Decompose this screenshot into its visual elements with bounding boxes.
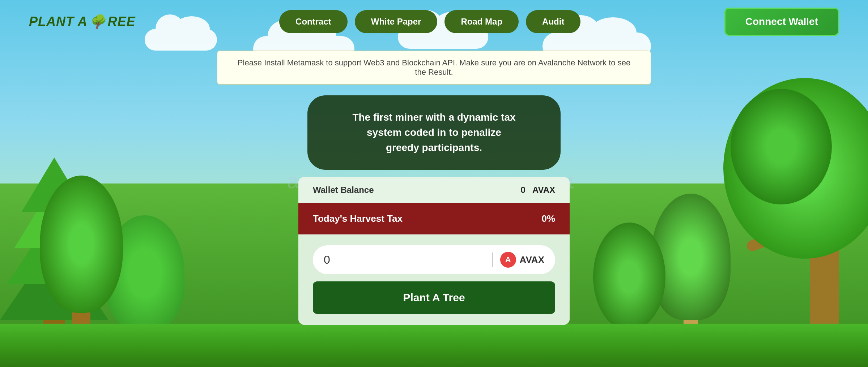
avax-symbol: A [505,255,511,264]
connect-wallet-button[interactable]: Connect Wallet [724,8,839,36]
amount-display: 0 [324,253,485,267]
nav-audit[interactable]: Audit [526,10,580,33]
background-scene: PLANT A 🌳 REE Contract White Paper Road … [0,0,868,367]
avax-label: AVAX [520,254,544,265]
logo-area: PLANT A 🌳 REE [29,14,136,29]
nav-contract[interactable]: Contract [279,10,348,33]
input-divider [492,252,493,267]
harvest-tax-row: Today's Harvest Tax 0% [298,203,570,234]
wallet-balance-value: 0 AVAX [520,185,555,195]
wallet-balance-label: Wallet Balance [313,185,374,195]
nav-links: Contract White Paper Road Map Audit [279,10,580,33]
avax-badge: A AVAX [500,252,544,268]
plant-tree-button[interactable]: Plant A Tree [313,281,555,314]
foliage-top [731,89,832,204]
nav-white-paper[interactable]: White Paper [355,10,438,33]
harvest-tax-value: 0% [541,213,555,224]
harvest-tax-label: Today's Harvest Tax [313,213,403,224]
main-card: Wallet Balance 0 AVAX Today's Harvest Ta… [298,177,570,325]
amount-input-row[interactable]: 0 A AVAX [313,245,555,274]
main-content: Please Install Metamask to support Web3 … [217,51,651,325]
input-section: 0 A AVAX Plant A Tree [298,234,570,325]
header: PLANT A 🌳 REE Contract White Paper Road … [0,0,868,43]
foliage [40,176,123,313]
tree-icon: 🌳 [89,14,106,29]
logo-text-plant: PLANT A [29,14,88,29]
logo: PLANT A 🌳 REE [29,14,136,29]
logo-text-ree: REE [108,14,136,29]
alert-banner: Please Install Metamask to support Web3 … [217,51,651,85]
avax-icon: A [500,252,516,268]
nav-road-map[interactable]: Road Map [444,10,519,33]
grass-overlay [0,324,868,367]
wallet-balance-row: Wallet Balance 0 AVAX [298,177,570,203]
tagline-line2: greedy participants. [336,140,532,155]
tagline-line1: The first miner with a dynamic tax syste… [336,110,532,140]
tagline-bubble: The first miner with a dynamic tax syste… [307,95,561,170]
